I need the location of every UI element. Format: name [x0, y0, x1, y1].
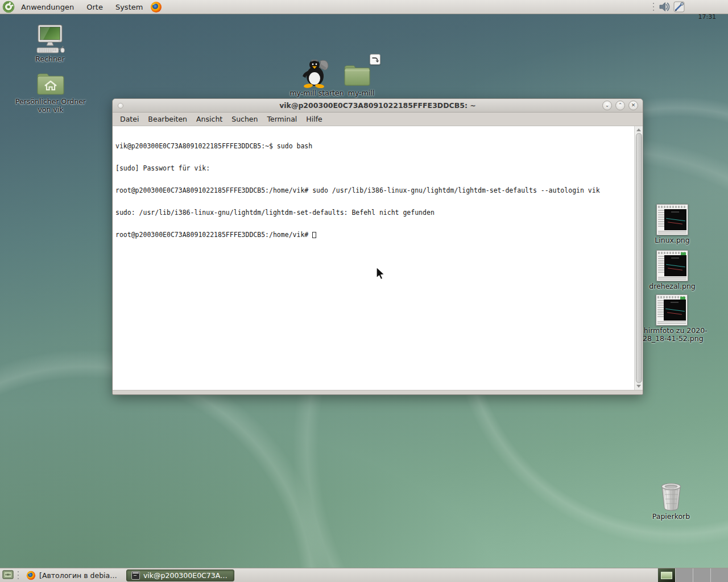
window-menu-icon[interactable] [118, 103, 123, 109]
menu-system[interactable]: System [109, 1, 149, 14]
desktop-icon-mymill-folder[interactable]: my-mill [337, 54, 386, 97]
desktop-icon-label: Persönlicher Ordner [15, 98, 86, 106]
desktop-icon-image-linux[interactable]: Linux.png [650, 204, 695, 244]
trash-icon [659, 482, 684, 512]
desktop-icon-label: my-mill [348, 89, 374, 97]
terminal-icon [131, 571, 140, 580]
menu-datei[interactable]: Datei [115, 113, 143, 125]
show-desktop-icon [2, 570, 14, 580]
desktop-icon-trash[interactable]: Papierkorb [647, 482, 695, 521]
shortcut-emblem-icon [370, 54, 380, 65]
menu-hilfe[interactable]: Hilfe [301, 113, 326, 125]
scroll-up-icon[interactable] [636, 128, 641, 131]
desktop-wallpaper: Rechner Persönlicher Ordner von vik [0, 14, 728, 568]
terminal-line: root@p200300E0C73A8091022185FFFE3DDCB5:/… [115, 187, 634, 194]
workspace-1[interactable] [657, 568, 675, 582]
desktop-icon-label: my-mill starten [289, 89, 344, 97]
text-cursor [312, 232, 316, 238]
desktop-icon-computer[interactable]: Rechner [20, 24, 80, 63]
workspace-4[interactable] [710, 568, 728, 582]
mate-menu-icon[interactable] [2, 1, 15, 13]
task-button-terminal[interactable]: vik@p200300E0C73A80... [126, 569, 234, 581]
scrollbar-thumb[interactable] [636, 133, 642, 383]
bottom-taskbar: [Автологин в debian • ... vik@p200300E0C… [0, 568, 728, 582]
terminal-output[interactable]: vik@p200300E0C73A8091022185FFFE3DDCB5:~$… [113, 126, 634, 390]
computer-icon [35, 24, 65, 54]
terminal-line: [sudo] Passwort für vik: [115, 165, 634, 172]
terminal-line: vik@p200300E0C73A8091022185FFFE3DDCB5:~$… [115, 143, 634, 150]
task-label: [Автологин в debian • ... [39, 571, 118, 580]
image-thumbnail-icon [656, 294, 688, 326]
desktop-icon-label: schirmfoto zu 2020- [636, 327, 707, 335]
home-folder-icon [36, 70, 65, 97]
window-title: vik@p200300E0C73A8091022185FFFE3DDCB5: ~ [113, 101, 643, 110]
desktop-icon-label: Linux.png [655, 236, 689, 244]
image-thumbnail-icon [656, 250, 688, 281]
menu-orte[interactable]: Orte [80, 1, 109, 14]
menu-ansicht[interactable]: Ansicht [192, 113, 227, 125]
clock-time: 17:31 [690, 14, 725, 20]
terminal-scrollbar[interactable] [634, 126, 643, 390]
panel-drag-handle[interactable] [652, 2, 656, 12]
window-resize-bar[interactable] [113, 390, 643, 394]
menu-anwendungen[interactable]: Anwendungen [15, 1, 80, 14]
menu-bearbeiten[interactable]: Bearbeiten [143, 113, 192, 125]
task-label: vik@p200300E0C73A80... [143, 571, 229, 580]
top-panel: Anwendungen Orte System [0, 0, 728, 14]
firefox-icon [26, 571, 36, 580]
terminal-prompt-line: root@p200300E0C73A8091022185FFFE3DDCB5:/… [115, 231, 634, 239]
desktop-icon-image-schirmfoto[interactable]: schirmfoto zu 2020- -28_18-41-52.png [640, 294, 703, 343]
volume-icon[interactable] [658, 1, 671, 13]
image-thumbnail-icon [656, 204, 688, 235]
terminal-menubar: Datei Bearbeiten Ansicht Suchen Terminal… [113, 113, 643, 126]
desktop-screen: Anwendungen Orte System [0, 0, 728, 582]
desktop-icon-image-drehezal[interactable]: drehezal.png [650, 250, 695, 290]
workspace-3[interactable] [693, 568, 710, 582]
menu-terminal[interactable]: Terminal [262, 113, 301, 125]
show-desktop-button[interactable] [1, 569, 15, 582]
minimize-button[interactable]: ⌄ [602, 101, 612, 110]
desktop-icon-label: drehezal.png [649, 282, 696, 290]
tux-penguin-icon [301, 57, 333, 88]
terminal-titlebar[interactable]: vik@p200300E0C73A8091022185FFFE3DDCB5: ~… [113, 99, 643, 113]
maximize-button[interactable]: ⌃ [615, 101, 625, 110]
terminal-window: vik@p200300E0C73A8091022185FFFE3DDCB5: ~… [112, 98, 643, 395]
screenshot-tool-icon[interactable] [673, 1, 685, 13]
firefox-launcher-icon[interactable] [150, 1, 162, 13]
workspace-switcher [657, 568, 728, 582]
menu-suchen[interactable]: Suchen [227, 113, 262, 125]
workspace-window-thumbnail [661, 572, 672, 579]
close-button[interactable]: ✕ [628, 101, 638, 110]
desktop-icon-label-line2: -28_18-41-52.png [640, 335, 703, 343]
folder-icon [343, 63, 371, 87]
desktop-icon-home-folder[interactable]: Persönlicher Ordner von vik [16, 70, 85, 114]
clock-applet[interactable]: So, 8. Mär. 17:31 [690, 0, 725, 34]
taskbar-drag-handle[interactable] [16, 570, 20, 580]
desktop-icon-label: Rechner [35, 55, 64, 63]
desktop-icon-label-line2: von vik [38, 106, 63, 114]
workspace-2[interactable] [675, 568, 693, 582]
terminal-line: sudo: /usr/lib/i386-linux-gnu/lightdm/li… [115, 209, 634, 217]
scroll-down-icon[interactable] [636, 385, 641, 388]
desktop-icon-label: Papierkorb [652, 513, 690, 521]
task-button-firefox[interactable]: [Автологин в debian • ... [22, 569, 123, 581]
